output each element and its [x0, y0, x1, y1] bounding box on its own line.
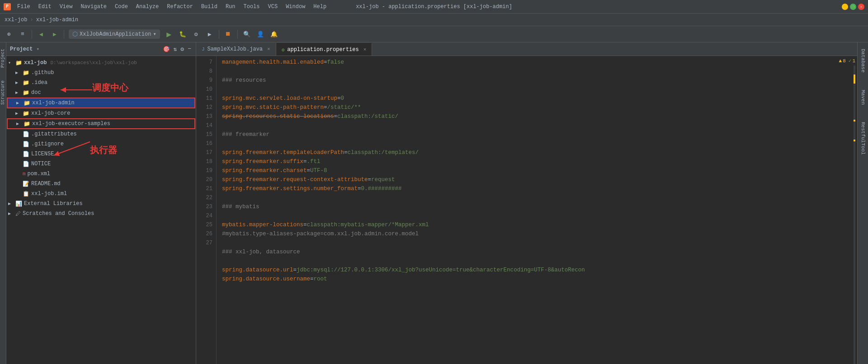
tab-sample-xxl-job[interactable]: J SampleXxlJob.java × — [196, 43, 276, 56]
debug-button[interactable]: 🐛 — [176, 28, 189, 41]
project-panel-title: Project — [10, 46, 33, 52]
expand-external: ▶ — [8, 201, 14, 206]
run-config-icon: ⬡ — [72, 30, 78, 38]
tree-item-readme[interactable]: ▶ 📝 README.md — [6, 179, 196, 189]
menu-help[interactable]: Help — [310, 3, 330, 11]
tree-item-github[interactable]: ▶ 📁 .github — [6, 68, 196, 78]
left-panel: Project Structure — [0, 42, 6, 364]
doc-folder-icon: 📁 — [23, 89, 29, 96]
menu-window[interactable]: Window — [282, 3, 309, 11]
code-line-13: spring.resources.static-locations=classp… — [222, 112, 829, 121]
tab-close-application[interactable]: × — [363, 47, 367, 52]
project-tab[interactable]: Project — [0, 47, 6, 70]
line-num-24: 24 — [196, 211, 212, 220]
tree-item-external[interactable]: ▶ 📊 External Libraries — [6, 199, 196, 209]
stop-button[interactable]: ⏹ — [222, 28, 235, 41]
run-with-button[interactable]: ▶ — [203, 28, 216, 41]
scratches-icon: 🖊 — [15, 210, 21, 217]
locate-file-icon[interactable]: 🎯 — [162, 45, 171, 54]
settings-btn[interactable]: 👤 — [254, 28, 267, 41]
tree-item-gitignore[interactable]: ▶ 📄 .gitignore — [6, 139, 196, 149]
menu-analyze[interactable]: Analyze — [132, 3, 162, 11]
expand-executor-samples: ▶ — [16, 121, 22, 126]
tree-item-root[interactable]: ▾ 📁 xxl-job D:\workspaces\xxl-job\xxl-jo… — [6, 58, 196, 68]
toolbar-sep-3 — [219, 30, 219, 39]
tab-close-sample[interactable]: × — [267, 47, 270, 52]
toolbar-project-btn[interactable]: ⊕ — [3, 28, 15, 41]
code-line-30: spring.datasource.url=jdbc:mysql://127.0… — [222, 266, 829, 275]
menu-edit[interactable]: Edit — [35, 3, 55, 11]
code-line-15: ### freemarker — [222, 130, 829, 139]
warning-icon: ▲ — [839, 58, 842, 64]
menu-run[interactable]: Run — [222, 3, 239, 11]
tree-item-gitattributes[interactable]: ▶ 📄 .gitattributes — [6, 129, 196, 139]
collapse-all-icon[interactable]: ⇅ — [173, 45, 178, 54]
maven-tab[interactable]: Maven — [859, 88, 867, 107]
code-content[interactable]: management.health.mail.enabled=false ###… — [217, 56, 835, 364]
menu-tools[interactable]: Tools — [240, 3, 264, 11]
tree-item-executor-samples[interactable]: ▶ 📁 xxl-job-executor-samples — [7, 119, 195, 129]
gutter-warnings: ▲ 8 ✓ 1 — [839, 58, 855, 64]
toolbar-sep-1 — [32, 30, 32, 39]
project-settings-icon[interactable]: ⚙ — [179, 45, 185, 54]
menu-view[interactable]: View — [56, 3, 76, 11]
breadcrumb-root[interactable]: xxl-job — [5, 17, 27, 23]
line-num-20: 20 — [196, 175, 212, 184]
gutter-warning-marker-1 — [854, 75, 855, 84]
tree-item-pom[interactable]: ▶ m pom.xml — [6, 169, 196, 179]
toolbar-menu-btn[interactable]: ≡ — [16, 28, 29, 41]
hide-panel-icon[interactable]: − — [187, 45, 192, 53]
run-config-selector[interactable]: ⬡ XxlJobAdminApplication ▾ — [69, 29, 160, 39]
run-button[interactable]: ▶ — [163, 28, 175, 41]
menu-bar: File Edit View Navigate Code Analyze Ref… — [14, 3, 330, 11]
project-dropdown[interactable]: ▾ — [36, 46, 39, 52]
menu-build[interactable]: Build — [198, 3, 221, 11]
tree-item-core[interactable]: ▶ 📁 xxl-job-core — [6, 108, 196, 118]
close-button[interactable]: ✕ — [858, 4, 864, 10]
toolbar-forward-btn[interactable]: ▶ — [48, 28, 61, 41]
restful-tab[interactable]: RestfulTool — [859, 120, 867, 157]
tree-item-license[interactable]: ▶ 📄 LICENSE — [6, 149, 196, 159]
tree-label-license: LICENSE — [31, 151, 54, 157]
tree-item-iml[interactable]: ▶ 📋 xxl-job.iml — [6, 189, 196, 199]
tree-label-core: xxl-job-core — [31, 110, 70, 117]
tree-item-notice[interactable]: ▶ 📄 NOTICE — [6, 159, 196, 169]
java-file-icon: J — [202, 47, 205, 52]
tree-item-idea[interactable]: ▶ 📁 .idea — [6, 78, 196, 88]
database-tab[interactable]: Database — [859, 47, 867, 75]
minimize-button[interactable]: − — [842, 4, 848, 10]
run-config-dropdown-icon: ▾ — [153, 31, 156, 37]
line-num-22: 22 — [196, 193, 212, 202]
menu-refactor[interactable]: Refactor — [163, 3, 197, 11]
menu-code[interactable]: Code — [111, 3, 132, 11]
line-num-10: 10 — [196, 85, 212, 94]
code-line-14 — [222, 121, 829, 130]
check-count: 1 — [852, 58, 855, 64]
editor-tabs: J SampleXxlJob.java × ⚙ application.prop… — [196, 42, 857, 56]
gutter-warning-marker-2 — [854, 120, 855, 121]
line-num-12: 12 — [196, 103, 212, 112]
restore-button[interactable]: ❐ — [850, 4, 856, 10]
toolbar-back-btn[interactable]: ◀ — [35, 28, 47, 41]
tab-label-sample: SampleXxlJob.java — [208, 46, 263, 52]
tree-item-admin[interactable]: ▶ 📁 xxl-job-admin — [7, 98, 195, 108]
tree-item-scratches[interactable]: ▶ 🖊 Scratches and Consoles — [6, 209, 196, 219]
toolbar-sep-2 — [64, 30, 64, 39]
menu-navigate[interactable]: Navigate — [77, 3, 110, 11]
project-tree: ▾ 📁 xxl-job D:\workspaces\xxl-job\xxl-jo… — [6, 56, 196, 364]
notifications-btn[interactable]: 🔔 — [268, 28, 280, 41]
line-num-14: 14 — [196, 121, 212, 130]
line-num-15: 15 — [196, 130, 212, 139]
search-everywhere-btn[interactable]: 🔍 — [241, 28, 253, 41]
coverage-button[interactable]: ⚙ — [190, 28, 203, 41]
structure-tab[interactable]: Structure — [0, 79, 6, 107]
menu-vcs[interactable]: VCS — [264, 3, 282, 11]
tab-application-properties[interactable]: ⚙ application.properties × — [276, 43, 373, 56]
menu-file[interactable]: File — [14, 3, 34, 11]
tree-item-doc[interactable]: ▶ 📁 doc — [6, 88, 196, 98]
tree-label-iml: xxl-job.iml — [31, 191, 67, 197]
breadcrumb-child[interactable]: xxl-job-admin — [36, 17, 79, 23]
warning-count: 8 — [843, 58, 846, 64]
code-line-12: spring.mvc.static-path-pattern=/static/*… — [222, 103, 829, 112]
expand-doc: ▶ — [15, 90, 21, 95]
